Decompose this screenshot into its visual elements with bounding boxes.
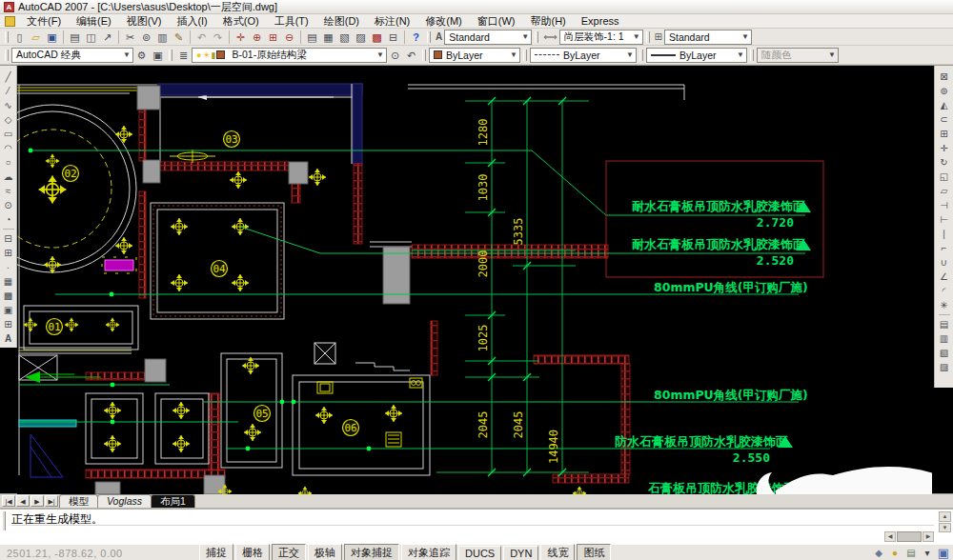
toolbar-grip[interactable] [639,50,643,61]
workspace-combo[interactable]: AutoCAD 经典▼ [11,48,133,63]
plot-icon[interactable]: ▤ [67,30,83,45]
explode-icon[interactable]: ✳ [937,298,952,312]
tray-arrow-icon[interactable]: ▾ [921,548,934,558]
toggle-osnap[interactable]: 对象捕捉 [344,544,399,560]
lineweight-combo[interactable]: ByLayer ▼ [646,48,747,63]
menu-help[interactable]: 帮助(H) [524,14,573,29]
cad-canvas[interactable]: 1280 1030 2000 1025 2045 5335 2045 14940… [17,66,932,494]
tab-voglass[interactable]: Voglass [97,494,152,508]
ellipse-icon[interactable]: ⊙ [1,198,16,212]
layer-previous-icon[interactable]: ↶ [403,48,419,63]
cut-icon[interactable]: ✂ [122,30,138,45]
menu-format[interactable]: 格式(O) [216,14,266,29]
command-vscroll[interactable]: ▲▼ [939,511,951,532]
copy-object-icon[interactable]: ⊚ [937,84,952,98]
draworder-back-icon[interactable]: ▥ [937,331,952,346]
save-icon[interactable]: ▣ [44,30,60,45]
line-icon[interactable]: ╱ [1,70,16,84]
construction-line-icon[interactable]: ⁄ [1,84,16,98]
tray-lock-icon[interactable]: ● [888,548,902,558]
tab-first-icon[interactable]: |◀ [2,495,15,507]
menu-draw[interactable]: 绘图(D) [317,14,366,29]
layer-unlock-icon[interactable]: ▮ [212,50,216,60]
tray-plot-icon[interactable]: ▤ [904,548,918,558]
table-style-combo[interactable]: Standard▼ [664,30,752,45]
redo-icon[interactable]: ↷ [210,30,226,45]
join-icon[interactable]: ∪ [937,255,952,270]
toolbar-grip[interactable] [422,50,426,61]
hatch-icon[interactable]: ▦ [1,274,16,289]
toggle-ducs[interactable]: DUCS [458,546,501,560]
make-block-icon[interactable]: ⊞ [1,246,16,260]
menu-file[interactable]: 文件(F) [20,14,68,29]
erase-icon[interactable]: ⊠ [937,70,952,84]
draworder-above-icon[interactable]: ▧ [937,346,952,360]
toggle-grid[interactable]: 栅格 [235,544,270,560]
table-icon[interactable]: ⊞ [1,317,16,331]
polygon-icon[interactable]: ◇ [1,112,16,127]
paste-icon[interactable]: ▥ [154,30,171,45]
tab-model[interactable]: 模型 [59,494,98,508]
toolbar-grip[interactable] [169,50,172,61]
offset-icon[interactable]: ⊂ [937,112,952,127]
make-object-layer-current-icon[interactable]: ⊙ [387,48,403,63]
mirror-icon[interactable]: ◭ [937,98,952,112]
trim-icon[interactable]: ⊣ [937,198,952,212]
break-icon[interactable]: ⌐ [937,241,952,255]
layer-combo[interactable]: ● ☀ ▮ B-01-原始结构梁 ▼ [192,48,387,63]
toggle-snap[interactable]: 捕捉 [199,544,233,560]
tab-last-icon[interactable]: ▶| [45,495,58,507]
copy-icon[interactable]: ⊚ [138,30,154,45]
toolbar-grip[interactable] [750,50,754,61]
layer-manager-icon[interactable]: ≣ [175,48,192,63]
layer-thaw-sun-icon[interactable]: ☀ [202,50,210,60]
point-icon[interactable]: ∙ [1,260,16,274]
toolbar-grip[interactable] [535,31,538,43]
layer-on-bulb-icon[interactable]: ● [196,50,201,60]
designcenter-icon[interactable]: ▦ [320,30,336,45]
zoom-realtime-icon[interactable]: ⊕ [249,30,265,45]
new-icon[interactable]: ▯ [11,30,28,45]
color-combo[interactable]: ByLayer ▼ [429,48,520,63]
menu-window[interactable]: 窗口(W) [471,14,522,29]
region-icon[interactable]: ▣ [1,303,16,317]
workspace-save-icon[interactable]: ▣ [150,48,166,63]
toggle-paper[interactable]: 图纸 [577,544,611,560]
publish-icon[interactable]: ↗ [99,30,115,45]
menu-edit[interactable]: 编辑(E) [70,14,118,29]
revcloud-icon[interactable]: ☁ [1,170,16,184]
layer-color-swatch[interactable] [216,50,225,59]
menu-express[interactable]: Express [575,15,626,27]
command-splitter[interactable] [2,511,6,530]
menu-insert[interactable]: 插入(I) [170,14,213,29]
draworder-under-icon[interactable]: ▨ [937,360,952,374]
menu-tools[interactable]: 工具(T) [268,14,315,29]
zoom-previous-icon[interactable]: ⊖ [281,30,297,45]
gradient-icon[interactable]: ▩ [1,289,16,303]
help-icon[interactable]: ? [408,30,424,45]
properties-icon[interactable]: ▤ [304,30,320,45]
workspace-settings-icon[interactable]: ⚙ [133,48,150,63]
menu-modify[interactable]: 修改(M) [418,14,469,29]
tab-prev-icon[interactable]: ◀ [16,495,30,507]
toolbar-grip[interactable] [646,31,650,43]
extend-icon[interactable]: ⊢ [937,212,952,227]
draworder-front-icon[interactable]: ▤ [937,317,952,331]
move-icon[interactable]: ✛ [937,141,952,155]
tab-next-icon[interactable]: ▶ [30,495,44,507]
menu-dimension[interactable]: 标注(N) [368,14,416,29]
text-style-combo[interactable]: Standard▼ [444,30,532,45]
circle-icon[interactable]: ○ [1,155,16,170]
undo-icon[interactable]: ↶ [193,30,210,45]
linetype-combo[interactable]: ByLayer ▼ [530,48,637,63]
quickcalc-icon[interactable]: ⊟ [385,30,401,45]
chamfer-icon[interactable]: ∠ [937,270,952,284]
polyline-icon[interactable]: ∿ [1,98,16,112]
toggle-otrack[interactable]: 对象追踪 [401,544,456,560]
rotate-icon[interactable]: ↻ [937,155,952,170]
stretch-icon[interactable]: ▱ [937,184,952,198]
toolbar-grip[interactable] [5,50,9,61]
tab-layout1[interactable]: 布局1 [151,494,195,508]
scale-icon[interactable]: ◱ [937,170,952,184]
mtext-icon[interactable]: A [1,331,16,346]
